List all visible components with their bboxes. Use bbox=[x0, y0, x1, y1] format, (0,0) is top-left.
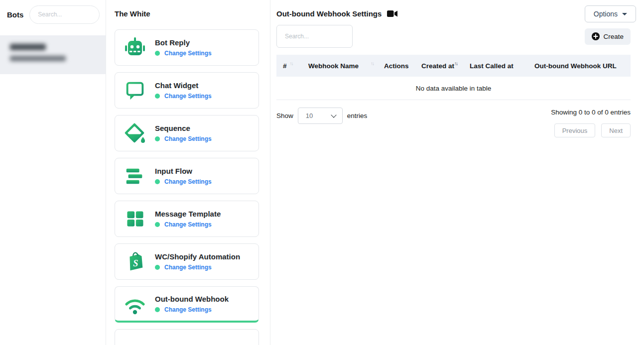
grid-icon bbox=[123, 207, 147, 231]
page-size-select[interactable]: 10 bbox=[298, 108, 343, 124]
shopify-bag-icon: S bbox=[123, 249, 147, 274]
next-button[interactable]: Next bbox=[601, 123, 631, 137]
status-dot bbox=[155, 265, 160, 270]
previous-button[interactable]: Previous bbox=[554, 123, 596, 137]
main-header: Out-bound Webhook Settings bbox=[276, 0, 631, 18]
chevron-down-icon bbox=[622, 13, 627, 15]
chat-bubble-icon bbox=[123, 78, 147, 103]
change-settings-link[interactable]: Change Settings bbox=[164, 93, 212, 100]
sort-icon[interactable]: ↑↓ bbox=[290, 61, 294, 66]
module-card-bot-reply[interactable]: Bot Reply Change Settings bbox=[115, 29, 259, 66]
page-title: Out-bound Webhook Settings bbox=[276, 9, 382, 18]
table-footer: Show 10 entries Showing 0 to 0 of 0 entr… bbox=[276, 108, 631, 137]
bots-sidebar: Bots bbox=[0, 0, 106, 345]
bot-name-heading: The White bbox=[115, 9, 258, 18]
status-dot bbox=[155, 179, 160, 184]
wifi-icon bbox=[123, 291, 147, 316]
status-dot bbox=[155, 307, 160, 312]
options-button[interactable]: Options bbox=[585, 5, 636, 22]
pagination-summary: Showing 0 to 0 of 0 entries bbox=[551, 108, 631, 116]
change-settings-link[interactable]: Change Settings bbox=[164, 178, 212, 185]
robot-icon bbox=[123, 35, 147, 60]
status-dot bbox=[155, 94, 160, 99]
status-dot bbox=[155, 222, 160, 227]
table-empty-message: No data available in table bbox=[276, 77, 631, 100]
bots-search-input[interactable] bbox=[29, 5, 100, 24]
svg-text:S: S bbox=[133, 258, 138, 268]
module-title: Sequence bbox=[155, 124, 212, 132]
column-header-actions: Actions bbox=[378, 62, 415, 70]
pagination-buttons: Previous Next bbox=[554, 123, 631, 137]
sidebar-title: Bots bbox=[7, 10, 23, 19]
plus-circle-icon bbox=[592, 32, 600, 40]
create-button-label: Create bbox=[603, 33, 624, 40]
entries-label: entries bbox=[347, 112, 368, 119]
sidebar-header: Bots bbox=[0, 0, 106, 29]
table-header-row: # ↑↓ Webhook Name ↑↓ Actions Created at … bbox=[276, 55, 631, 77]
module-card-sequence[interactable]: Sequence Change Settings bbox=[115, 115, 259, 151]
bot-list-item-selected[interactable] bbox=[0, 35, 106, 74]
webhook-search-input[interactable] bbox=[276, 25, 353, 48]
module-title: Input Flow bbox=[155, 167, 212, 175]
table-toolbar: Create bbox=[276, 25, 631, 48]
module-card-outbound-webhook[interactable]: Out-bound Webhook Change Settings bbox=[115, 286, 259, 323]
module-card-message-template[interactable]: Message Template Change Settings bbox=[115, 201, 259, 237]
module-title: Message Template bbox=[155, 210, 221, 218]
status-dot bbox=[155, 51, 160, 56]
paint-bucket-icon bbox=[123, 121, 147, 146]
change-settings-link[interactable]: Change Settings bbox=[164, 221, 212, 228]
app-window: Bots The White Bot bbox=[0, 0, 644, 345]
change-settings-link[interactable]: Change Settings bbox=[164, 50, 212, 57]
pagination-block: Showing 0 to 0 of 0 entries Previous Nex… bbox=[551, 108, 631, 137]
module-title: Chat Widget bbox=[155, 81, 212, 90]
show-label: Show bbox=[276, 112, 293, 119]
module-title: WC/Shopify Automation bbox=[155, 252, 240, 261]
change-settings-link[interactable]: Change Settings bbox=[164, 264, 212, 271]
module-card-partial[interactable] bbox=[115, 329, 259, 345]
bot-modules-panel: The White Bot Reply Change Settings bbox=[106, 0, 270, 345]
options-button-label: Options bbox=[594, 10, 618, 18]
create-button[interactable]: Create bbox=[585, 28, 631, 45]
column-header-index: # ↑↓ bbox=[276, 62, 302, 70]
bot-phone-redacted bbox=[10, 56, 66, 61]
sort-icon[interactable]: ↑↓ bbox=[371, 61, 375, 66]
column-header-webhook-url: Out-bound Webhook URL bbox=[528, 62, 631, 70]
column-header-webhook-name: Webhook Name ↑↓ bbox=[302, 62, 378, 70]
bot-name-redacted bbox=[10, 44, 46, 50]
module-title: Out-bound Webhook bbox=[155, 295, 229, 303]
main-content: Out-bound Webhook Settings Options Creat… bbox=[270, 0, 644, 345]
column-header-created-at: Created at ↑↓ bbox=[415, 62, 463, 70]
page-size-group: Show 10 entries bbox=[276, 108, 367, 124]
module-card-input-flow[interactable]: Input Flow Change Settings bbox=[115, 158, 259, 194]
module-card-wc-shopify[interactable]: S WC/Shopify Automation Change Settings bbox=[115, 243, 259, 280]
bars-icon bbox=[123, 164, 147, 189]
module-title: Bot Reply bbox=[155, 38, 212, 47]
status-dot bbox=[155, 136, 160, 141]
column-header-last-called-at: Last Called at bbox=[463, 62, 528, 70]
sort-icon-active[interactable]: ↑↓ bbox=[454, 61, 458, 66]
change-settings-link[interactable]: Change Settings bbox=[164, 306, 212, 313]
change-settings-link[interactable]: Change Settings bbox=[164, 135, 212, 142]
video-camera-icon[interactable] bbox=[387, 10, 397, 17]
module-card-chat-widget[interactable]: Chat Widget Change Settings bbox=[115, 72, 259, 109]
